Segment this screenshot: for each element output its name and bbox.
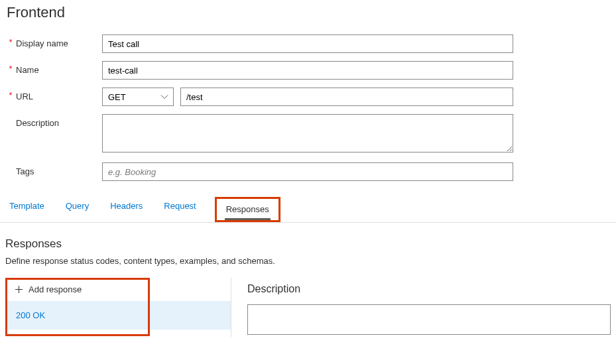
row-tags: Tags — [5, 158, 611, 185]
http-method-dropdown[interactable] — [102, 88, 174, 106]
responses-layout: Add response 200 OK Description — [5, 278, 611, 337]
highlight-responses-tab: Responses — [215, 197, 280, 222]
responses-subtext: Define response status codes, content ty… — [5, 256, 611, 266]
name-input[interactable] — [102, 61, 513, 80]
label-name: Name — [16, 61, 102, 75]
required-marker — [5, 88, 16, 100]
tab-headers[interactable]: Headers — [109, 197, 144, 222]
label-description: Description — [16, 114, 102, 128]
label-url: URL — [16, 88, 102, 101]
detail-description-textarea[interactable] — [247, 304, 611, 335]
required-spacer — [5, 114, 16, 117]
row-display-name: Display name — [5, 30, 611, 57]
detail-description-title: Description — [247, 283, 611, 295]
tab-template[interactable]: Template — [8, 197, 46, 222]
responses-heading: Responses — [5, 237, 611, 251]
display-name-input[interactable] — [102, 34, 513, 53]
description-textarea[interactable] — [102, 114, 513, 152]
tab-request[interactable]: Request — [162, 197, 197, 222]
page-title: Frontend — [7, 4, 611, 21]
add-response-label: Add response — [29, 284, 82, 294]
response-item-200[interactable]: 200 OK — [5, 301, 231, 330]
plus-icon — [15, 285, 23, 294]
row-url: URL — [5, 84, 611, 110]
label-tags: Tags — [16, 162, 102, 176]
row-description: Description — [5, 110, 611, 158]
required-marker — [5, 61, 16, 74]
row-name: Name — [5, 57, 611, 84]
url-path-input[interactable] — [180, 88, 513, 106]
tab-query[interactable]: Query — [64, 197, 90, 222]
tab-responses[interactable]: Responses — [225, 200, 271, 220]
http-method-value[interactable] — [102, 88, 174, 106]
required-spacer — [5, 162, 16, 165]
tags-input[interactable] — [102, 162, 513, 181]
label-display-name: Display name — [16, 34, 102, 48]
responses-list-panel: Add response 200 OK — [5, 278, 231, 337]
response-detail-panel: Description — [231, 278, 611, 337]
tabs-bar: Template Query Headers Request Responses — [8, 197, 611, 222]
add-response-button[interactable]: Add response — [5, 278, 231, 301]
required-marker — [5, 34, 16, 47]
